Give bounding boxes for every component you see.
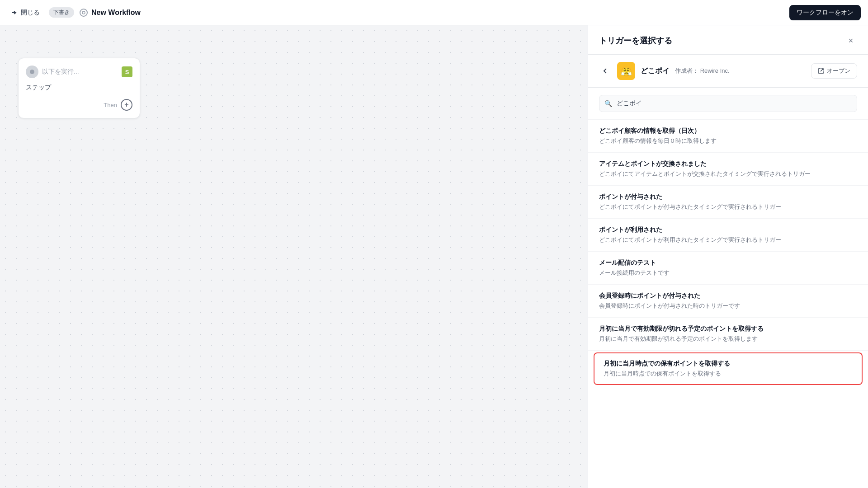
panel-search: 🔍 (588, 88, 868, 120)
app-name: どこポイ (641, 66, 670, 76)
trigger-item-title: アイテムとポイントが交換されました (599, 160, 857, 168)
trigger-item-title: 月初に当月で有効期限が切れる予定のポイントを取得する (599, 325, 857, 333)
trigger-item[interactable]: 会員登録時にポイントが付与された 会員登録時にポイントが付与された時のトリガーで… (588, 285, 868, 318)
app-back-button[interactable] (599, 65, 612, 77)
then-label: Then (104, 102, 117, 108)
close-x-icon: × (849, 36, 854, 46)
node-icon (26, 66, 38, 78)
app-header: 閉じる 下書き New Workflow ワークフローをオン (0, 0, 868, 25)
canvas-area: 以下を実行... S ステップ Then + (0, 25, 588, 488)
search-wrapper: 🔍 (599, 95, 857, 112)
app-author: 作成者： Rewire Inc. (675, 67, 806, 75)
workflow-title-area: New Workflow (80, 9, 784, 17)
app-open-label: オープン (827, 67, 850, 75)
node-footer: Then + (26, 99, 132, 111)
svg-text:S: S (125, 69, 129, 75)
trigger-item[interactable]: 月初に当月時点での保有ポイントを取得する 月初に当月時点での保有ポイントを取得す… (594, 352, 863, 385)
trigger-item-desc: 会員登録時にポイントが付与された時のトリガーです (599, 302, 857, 310)
trigger-item-title: 会員登録時にポイントが付与された (599, 292, 857, 300)
activate-button[interactable]: ワークフローをオン (789, 5, 861, 20)
main-content: 以下を実行... S ステップ Then + トリガーを選択する × (0, 25, 868, 488)
close-label: 閉じる (21, 9, 40, 17)
trigger-item-desc: 月初に当月時点での保有ポイントを取得する (604, 370, 853, 378)
svg-point-0 (82, 11, 85, 14)
trigger-item-desc: どこポイ顧客の情報を毎日０時に取得します (599, 137, 857, 145)
app-logo: 😤 (617, 62, 635, 80)
app-logo-image: 😤 (618, 63, 634, 79)
trigger-item-desc: メール接続用のテストです (599, 269, 857, 277)
trigger-item-title: メール配信のテスト (599, 259, 857, 267)
trigger-item[interactable]: どこポイ顧客の情報を取得（日次） どこポイ顧客の情報を毎日０時に取得します (588, 120, 868, 153)
node-step-label: ステップ (26, 84, 132, 92)
close-button[interactable]: 閉じる (7, 6, 43, 19)
panel-close-button[interactable]: × (844, 34, 857, 47)
workflow-title: New Workflow (91, 9, 141, 17)
trigger-item[interactable]: 月初に当月で有効期限が切れる予定のポイントを取得する 月初に当月で有効期限が切れ… (588, 318, 868, 351)
app-subheader: 😤 どこポイ 作成者： Rewire Inc. オープン (588, 55, 868, 88)
trigger-item[interactable]: ポイントが付与された どこポイにてポイントが付与されたタイミングで実行されるトリ… (588, 186, 868, 219)
trigger-item[interactable]: ポイントが利用された どこポイにてポイントが利用されたタイミングで実行されるトリ… (588, 219, 868, 252)
workflow-status-icon (80, 9, 88, 17)
external-link-icon (818, 68, 824, 74)
trigger-item-desc: 月初に当月で有効期限が切れる予定のポイントを取得します (599, 335, 857, 343)
shopify-icon: S (122, 66, 132, 77)
app-open-button[interactable]: オープン (811, 63, 857, 79)
back-arrow-icon (602, 67, 609, 75)
trigger-item-title: ポイントが利用された (599, 226, 857, 234)
trigger-item-desc: どこポイにてポイントが付与されたタイミングで実行されるトリガー (599, 203, 857, 211)
trigger-item[interactable]: メール配信のテスト メール接続用のテストです (588, 252, 868, 285)
panel-title: トリガーを選択する (599, 35, 672, 46)
search-icon: 🔍 (604, 100, 612, 107)
trigger-item-desc: どこポイにてアイテムとポイントが交換されたタイミングで実行されるトリガー (599, 170, 857, 178)
search-input[interactable] (599, 95, 857, 112)
svg-text:😤: 😤 (621, 66, 632, 77)
svg-point-1 (30, 70, 34, 74)
draft-badge[interactable]: 下書き (49, 7, 74, 18)
exit-icon (11, 9, 18, 16)
trigger-item-title: どこポイ顧客の情報を取得（日次） (599, 127, 857, 135)
header-right: ワークフローをオン (789, 5, 861, 20)
add-step-button[interactable]: + (121, 99, 132, 111)
trigger-item[interactable]: アイテムとポイントが交換されました どこポイにてアイテムとポイントが交換されたタ… (588, 153, 868, 186)
trigger-item-title: ポイントが付与された (599, 193, 857, 201)
panel-header: トリガーを選択する × (588, 25, 868, 55)
trigger-list: どこポイ顧客の情報を取得（日次） どこポイ顧客の情報を毎日０時に取得します アイ… (588, 120, 868, 488)
status-circle-icon (81, 10, 86, 15)
trigger-item-desc: どこポイにてポイントが利用されたタイミングで実行されるトリガー (599, 236, 857, 244)
node-header: 以下を実行... S (26, 66, 132, 78)
trigger-item-title: 月初に当月時点での保有ポイントを取得する (604, 360, 853, 368)
workflow-node[interactable]: 以下を実行... S ステップ Then + (18, 58, 140, 118)
node-circle-icon (29, 69, 35, 75)
app-author-prefix: 作成者： (675, 67, 698, 74)
node-placeholder: 以下を実行... (42, 68, 122, 76)
app-author-name: Rewire Inc. (700, 67, 730, 74)
right-panel: トリガーを選択する × 😤 どこポイ 作成者： Rew (588, 25, 868, 488)
